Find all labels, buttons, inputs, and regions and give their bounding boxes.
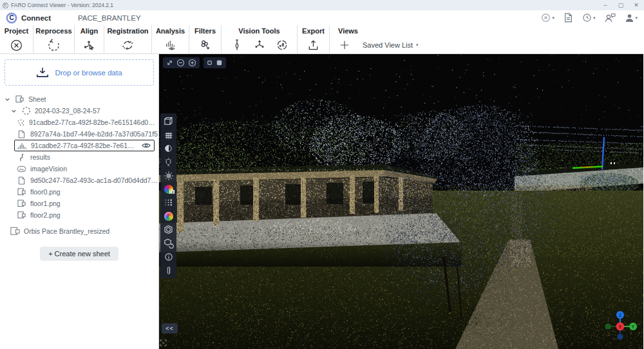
- chevron-down-icon: ▾: [552, 15, 554, 21]
- filters-button[interactable]: [198, 38, 213, 53]
- grid-icon: [164, 130, 174, 140]
- visibility-eye-icon[interactable]: [142, 142, 151, 149]
- report-button[interactable]: [564, 13, 573, 23]
- small-viewport-button[interactable]: [207, 60, 213, 66]
- info-tool-button[interactable]: [161, 250, 176, 263]
- vision-plumb-button[interactable]: [230, 38, 244, 52]
- drop-browse-zone[interactable]: Drop or browse data: [5, 59, 154, 86]
- vision-axes-button[interactable]: [252, 38, 267, 52]
- analysis-icon: [163, 38, 178, 53]
- registration-button[interactable]: [120, 38, 135, 53]
- account-dropdown[interactable]: ▾: [625, 14, 638, 23]
- square-filled-icon: [216, 59, 223, 66]
- tree-item-label: 8927a74a-1bd7-449e-b2dd-7a37d05a71f5: [30, 130, 158, 138]
- contrast-tool-button[interactable]: [161, 142, 176, 155]
- window-title: FARO Connect Viewer - Version: 2024.2.1: [11, 2, 113, 8]
- ruler-icon: [164, 265, 173, 276]
- chevron-down-icon[interactable]: [4, 97, 11, 102]
- tree-item-label: 2024-03-23_08-24-57: [35, 107, 100, 115]
- fit-view-button[interactable]: [166, 59, 173, 66]
- tree-item[interactable]: results: [0, 151, 158, 163]
- circle-dashed-icon: [21, 106, 31, 115]
- ruler-tool-button[interactable]: [161, 263, 176, 277]
- viewport-3d: << Z Y X: [159, 54, 643, 349]
- sync-status-dropdown[interactable]: ▾: [541, 13, 554, 23]
- align-button[interactable]: [82, 38, 97, 53]
- colorwheel-bars-tool-button[interactable]: [161, 182, 176, 196]
- tree-item[interactable]: 8927a74a-1bd7-449e-b2dd-7a37d05a71f5: [0, 128, 158, 140]
- colorwheel-tool-button[interactable]: [161, 209, 176, 223]
- tree-item[interactable]: Orbis Pace Brantley_resized: [0, 225, 158, 237]
- sidebar: Drop or browse data Sheet2024-03-23_08-2…: [0, 54, 159, 349]
- cube-icon: [163, 116, 174, 127]
- dots-tool-button[interactable]: [161, 196, 176, 209]
- ribbon-group-align: Align: [75, 25, 104, 53]
- tree-item[interactable]: floor1.png: [0, 198, 158, 209]
- cube-tool-button[interactable]: [161, 115, 176, 128]
- history-dropdown[interactable]: ▾: [582, 13, 596, 23]
- title-bar: C FARO Connect Viewer - Version: 2024.2.…: [0, 0, 644, 10]
- reprocess-button[interactable]: [46, 38, 61, 53]
- viewport-toolbar: [160, 113, 176, 278]
- cube-sphere-tool-button[interactable]: [161, 223, 176, 236]
- tree-item[interactable]: imageVision: [0, 163, 158, 174]
- user-icon: [625, 14, 634, 23]
- chevron-down-icon[interactable]: [10, 108, 17, 114]
- gizmo-neg-y[interactable]: [605, 323, 611, 329]
- zoom-out-button[interactable]: [176, 59, 185, 67]
- gizmo-z-label: Z: [619, 313, 621, 317]
- tree-item[interactable]: 91cadbe2-77ca-492f-82be-7e615146d007.geo…: [0, 117, 158, 128]
- sphere-tool-button[interactable]: [161, 169, 176, 182]
- maximize-button[interactable]: ▢: [613, 0, 629, 10]
- group-label: Project: [5, 27, 28, 37]
- app-logo-icon: C: [3, 3, 8, 8]
- point-cloud-canvas[interactable]: [159, 54, 643, 349]
- project-tab[interactable]: PACE_BRANTLEY: [78, 14, 141, 22]
- create-new-sheet-button[interactable]: + Create new sheet: [40, 247, 118, 261]
- resize-grip[interactable]: [160, 337, 167, 349]
- bulb-tool-button[interactable]: [161, 155, 176, 169]
- view-mode-pill: [204, 57, 226, 68]
- grid-tool-button[interactable]: [161, 128, 176, 142]
- tree-item[interactable]: floor0.png: [0, 186, 158, 198]
- close-button[interactable]: ✕: [629, 0, 644, 10]
- gizmo-y-label: Y: [632, 325, 635, 329]
- vision-colorize-button[interactable]: [275, 38, 289, 52]
- tree-item-label: results: [30, 153, 50, 161]
- expand-icon: [166, 59, 173, 66]
- tree-item-label: floor1.png: [30, 200, 61, 207]
- zoom-in-button[interactable]: [188, 59, 196, 67]
- gizmo-neg-z[interactable]: [617, 334, 623, 339]
- image-icon: [17, 165, 26, 173]
- ribbon-group-filters: Filters: [189, 25, 222, 53]
- chevron-down-icon: ▾: [593, 15, 596, 21]
- grip-icon: [160, 339, 167, 346]
- info-icon: [164, 252, 174, 262]
- support-button[interactable]: [605, 13, 616, 23]
- group-label: Filters: [194, 27, 216, 37]
- collapse-sidebar-button[interactable]: <<: [162, 323, 178, 334]
- tree-item[interactable]: Sheet: [0, 93, 158, 105]
- close-project-button[interactable]: [9, 38, 24, 53]
- add-view-button[interactable]: [338, 39, 351, 52]
- tree-item[interactable]: 91cadbe2-77ca-492f-82be-7e615146d007.laz: [14, 140, 155, 151]
- cube-sync-tool-button[interactable]: [161, 236, 176, 250]
- sheet-icon: [17, 211, 26, 219]
- align-icon: [82, 38, 97, 53]
- download-icon: [36, 67, 49, 78]
- filters-icon: [198, 38, 213, 53]
- tree-item[interactable]: 2024-03-23_08-24-57: [0, 105, 158, 117]
- minimize-button[interactable]: –: [598, 0, 613, 10]
- ribbon-group-reprocess: Reprocess: [33, 25, 75, 53]
- export-button[interactable]: [306, 38, 321, 53]
- saved-view-list-dropdown[interactable]: Saved View List ▾: [363, 41, 419, 49]
- orientation-gizmo[interactable]: Z Y X: [601, 307, 641, 347]
- sheet-icon: [17, 188, 26, 196]
- polyline-icon: [17, 153, 26, 162]
- tree-item[interactable]: floor2.png: [0, 209, 158, 221]
- connect-logo-icon[interactable]: C: [6, 13, 17, 23]
- minus-circle-icon: [176, 59, 185, 67]
- tree-item[interactable]: 9d50c247-76a2-493c-ac1a-d07d0d4dd782: [0, 174, 158, 186]
- full-viewport-button[interactable]: [216, 59, 223, 66]
- analysis-button[interactable]: [163, 38, 178, 53]
